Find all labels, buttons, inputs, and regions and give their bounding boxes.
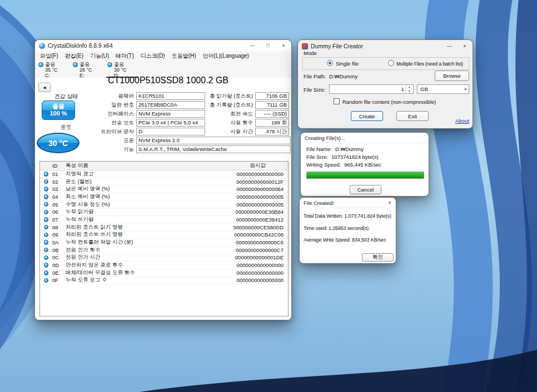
smart-attribute-row[interactable]: 08 처리된 호스트 읽기 명령 000000000CE580DD [40,224,288,232]
smart-attribute-row[interactable]: 0C 전원 인가 시간 00000000000001DE [40,254,288,262]
file-path-input[interactable]: D:₩Dummy [329,73,357,79]
menu-item[interactable]: 편집(E) [62,52,86,60]
attribute-raw-value: 00000000000001DE [205,254,288,260]
smart-attribute-row[interactable]: 06 누적 읽기량 0000000000E36B84 [40,208,288,216]
file-size-value: 1073741824 byte(s) [331,154,379,160]
browse-button[interactable]: Browse [435,71,469,81]
smart-attribute-row[interactable]: 0F 누적 오류 로그 수 0000000000000000 [40,277,288,285]
usage-label: 총 기록량 (호스트) [195,102,255,109]
progress-window-title: Creating File(s)... [305,135,345,141]
attribute-raw-value: 0000000000E39412 [205,217,288,223]
menu-item[interactable]: 기능(U) [87,52,112,60]
attribute-name: 남은 예비 영역 (%) [66,185,205,193]
info-label: 펌웨어 [78,93,136,100]
smart-attribute-row[interactable]: 01 치명적 경고 0000000000000000 [40,170,288,178]
total-data-written-text: Total Data Written: 1,073,741,824 byte(s… [304,213,395,219]
minimize-icon[interactable]: — [245,40,260,51]
about-link[interactable]: About [455,118,469,124]
create-button[interactable]: Create [351,111,383,121]
attribute-id: 05 [52,202,66,208]
smart-table-body: 01 치명적 경고 0000000000000000 02 온도 (켈빈) 00… [40,170,288,284]
cdi-window-controls: — □ × [245,40,291,51]
close-icon[interactable]: × [457,40,473,52]
health-status-button[interactable]: 좋음 100 % [42,100,75,120]
status-dot-icon [38,62,43,67]
spinner-down-icon[interactable]: ▾ [406,89,413,94]
spinner-up-icon[interactable]: ▴ [406,85,413,89]
attribute-id: 02 [52,179,66,185]
usage-row: 총 기록량 (호스트) 7111 GB [195,100,289,109]
usage-label: 사용 횟수 [195,119,255,127]
attribute-name: 전원 인가 시간 [66,254,205,261]
file-name-value: D:₩Dummy [335,146,364,152]
file-created-dialog: File Created! × Total Data Written: 1,07… [299,197,396,264]
multiple-files-radio[interactable] [388,60,394,66]
single-file-radio[interactable] [327,60,333,66]
smart-attribute-row[interactable]: 0E 매체/데이터 무결성 오류 횟수 0000000000000000 [40,269,288,277]
info-value: S.M.A.R.T., TRIM, VolatileWriteCache [136,145,291,153]
smart-attribute-row[interactable]: 09 처리된 호스트 쓰기 명령 000000000CB42C06 [40,232,288,239]
file-created-title: File Created! [304,200,334,206]
progress-file-name-row: File Name: D:₩Dummy [306,146,364,152]
maximize-icon[interactable]: □ [260,40,276,51]
attribute-id: 0C [52,254,66,260]
smart-attributes-table: ID 특성 이름 원시값 01 치명적 경고 0000000000000000 [39,161,289,316]
file-created-titlebar[interactable]: File Created! × [300,198,396,208]
progress-file-size-row: File Size: 1073741824 byte(s) [306,154,379,160]
drive-temperature: 35 °C [38,68,68,73]
multiple-files-radio-label[interactable]: Multiple Files (need a batch list) [396,61,463,67]
file-size-unit-select[interactable]: GB ▾ [417,84,469,94]
status-dot-icon [44,187,49,192]
dfc-window-controls: — × [441,40,473,52]
smart-attribute-row[interactable]: 0D 안전하지 않은 종료 횟수 0000000000000000 [40,262,288,269]
dfc-titlebar[interactable]: Dummy File Creator — × [298,40,473,52]
file-size-input[interactable]: 1 ▴ ▾ [329,84,414,94]
attribute-id: 0A [52,239,66,245]
file-path-label: File Path: [304,73,326,79]
menu-item[interactable]: 디스크(D) [138,52,168,60]
attribute-raw-value: 000000000000012F [205,179,288,185]
info-label: 일련 번호 [78,102,136,109]
info-label: 드라이브 문자 [78,128,136,135]
cdi-titlebar[interactable]: CrystalDiskInfo 8.8.9 x64 — □ × [35,40,291,51]
cancel-button[interactable]: Cancel [350,185,381,194]
smart-attribute-row[interactable]: 07 누적 쓰기량 0000000000E39412 [40,216,288,224]
cdi-menubar: 파일(F) 편집(E) 기능(U) 테마(T) 디스크(D) 도움말(H) 언어… [35,51,291,61]
smart-attribute-row[interactable]: 04 최소 예비 영역 (%) 0000000000000005 [40,193,288,201]
drive-temperature: 28 °C [73,68,103,73]
menu-item[interactable]: 파일(F) [37,52,61,60]
attribute-name: 처리된 호스트 쓰기 명령 [66,231,205,238]
menu-item[interactable]: 도움말(H) [169,52,199,60]
smart-attribute-row[interactable]: 05 수명 사용 정도 (%) 0000000000000005 [40,201,288,209]
minimize-icon[interactable]: — [441,40,457,52]
random-content-checkbox-label[interactable]: Random file content (non-compressible) [342,99,436,105]
status-dot-icon [44,202,49,207]
menu-item[interactable]: 언어(L)(Language) [200,52,252,60]
file-size-value: 1 [330,86,405,92]
attribute-raw-value: 000000000CE580DD [205,224,288,230]
smart-attribute-row[interactable]: 02 온도 (켈빈) 000000000000012F [40,178,288,186]
ok-button[interactable]: 확인 [362,253,394,262]
close-icon[interactable]: × [384,200,396,205]
progress-titlebar[interactable]: Creating File(s)... [301,133,429,143]
smart-attribute-row[interactable]: 03 남은 예비 영역 (%) 0000000000000064 [40,185,288,193]
file-size-unit-value: GB [420,86,428,92]
attribute-name: 누적 쓰기량 [66,216,205,223]
time-used-text: Time used: 1.25653 second(s) [304,225,395,231]
status-dot-icon [44,278,49,283]
random-content-checkbox[interactable] [334,98,340,104]
menu-item[interactable]: 테마(T) [113,52,137,60]
attribute-name: 온도 (켈빈) [66,178,205,185]
attribute-raw-value: 0000000000000064 [205,186,288,192]
smart-attribute-row[interactable]: 0A 누적 컨트롤러 작업 시간 (분) 00000000000000C6 [40,239,288,247]
single-file-radio-label[interactable]: Single file [336,61,359,67]
status-dot-icon [44,210,49,215]
crystaldiskinfo-window: CrystalDiskInfo 8.8.9 x64 — □ × 파일(F) 편집… [34,39,292,320]
exit-button[interactable]: Exit [396,111,429,121]
close-icon[interactable]: × [276,40,291,51]
usage-row: 총 읽기량 (호스트) 7106 GB [195,92,289,100]
previous-drive-button[interactable]: ◀ [38,83,51,92]
progress-bar [306,172,424,179]
smart-attribute-row[interactable]: 0B 전원 인가 횟수 00000000000000C7 [40,247,288,254]
attribute-name: 누적 컨트롤러 작업 시간 (분) [66,239,205,246]
